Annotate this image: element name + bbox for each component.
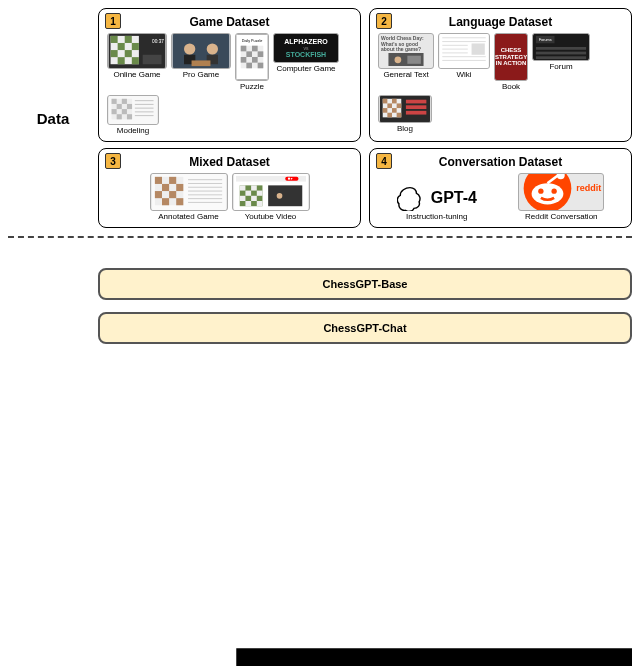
- computer-game-thumb: ALPHAZERO vs STOCKFISH: [273, 33, 339, 63]
- general-text-headline: World Chess Day: What's so good about th…: [381, 36, 431, 53]
- model-label: Model: [8, 246, 98, 666]
- pro-game-thumb: [171, 33, 231, 69]
- stockfish-label: STOCKFISH: [286, 51, 326, 58]
- instruction-tuning-caption: Instruction-tuning: [406, 212, 467, 221]
- figure-wrapper: Data 1 Game Dataset 00:37 Online Game: [0, 0, 640, 666]
- svg-rect-102: [239, 196, 245, 201]
- svg-rect-105: [256, 201, 262, 206]
- mixed-dataset-panel: 3 Mixed Dataset Annotated Game: [98, 148, 361, 228]
- svg-rect-3: [125, 36, 132, 43]
- svg-point-13: [184, 43, 195, 54]
- book-thumb: CHESS STRATEGY IN ACTION: [494, 33, 528, 81]
- data-label: Data: [8, 8, 98, 228]
- svg-rect-25: [241, 57, 247, 63]
- svg-rect-83: [162, 198, 169, 205]
- reddit-conversation-caption: Reddit Conversation: [525, 212, 597, 221]
- game-dataset-title: Game Dataset: [107, 15, 352, 29]
- svg-rect-23: [246, 51, 252, 57]
- svg-rect-74: [406, 111, 426, 115]
- data-row: Data 1 Game Dataset 00:37 Online Game: [8, 8, 632, 228]
- conversation-dataset-title: Conversation Dataset: [378, 155, 623, 169]
- book-caption: Book: [502, 82, 520, 91]
- svg-rect-24: [258, 51, 264, 57]
- reddit-icon: [521, 173, 574, 211]
- svg-rect-78: [169, 177, 176, 184]
- svg-rect-9: [132, 57, 139, 64]
- svg-rect-99: [251, 185, 257, 190]
- svg-rect-37: [117, 114, 122, 119]
- gpt4-label: GPT-4: [431, 189, 477, 207]
- svg-rect-27: [246, 63, 252, 69]
- svg-rect-60: [536, 52, 586, 55]
- online-game-thumb: 00:37: [107, 33, 167, 69]
- svg-rect-82: [169, 191, 176, 198]
- badge-1: 1: [105, 13, 121, 29]
- gpt4-block: GPT-4: [397, 185, 477, 211]
- svg-rect-22: [252, 46, 258, 52]
- svg-rect-101: [256, 191, 262, 196]
- online-game-caption: Online Game: [113, 70, 160, 79]
- svg-rect-26: [252, 57, 258, 63]
- svg-rect-61: [536, 56, 586, 59]
- svg-rect-64: [383, 99, 388, 104]
- wiki-caption: Wiki: [456, 70, 471, 79]
- chessgpt-base-box: ChessGPT-Base: [98, 268, 632, 300]
- svg-point-15: [207, 43, 218, 54]
- svg-text:Forums: Forums: [539, 38, 552, 42]
- model-row: Model ChessGPT-Base ChessGPT-Chat: [8, 246, 632, 666]
- pro-game-caption: Pro Game: [183, 70, 219, 79]
- svg-rect-31: [112, 99, 117, 104]
- svg-rect-17: [192, 60, 211, 66]
- svg-rect-103: [251, 196, 257, 201]
- puzzle-thumb: Daily Puzzle: [235, 33, 269, 81]
- language-dataset-panel: 2 Language Dataset World Chess Day: What…: [369, 8, 632, 142]
- badge-3: 3: [105, 153, 121, 169]
- wiki-thumb: [438, 33, 490, 69]
- svg-rect-66: [387, 103, 392, 108]
- svg-rect-38: [127, 114, 132, 119]
- alphazero-label: ALPHAZERO: [284, 38, 328, 45]
- svg-point-107: [276, 193, 282, 199]
- blog-thumb: [378, 95, 432, 123]
- svg-rect-106: [268, 185, 302, 206]
- divider-1: [8, 236, 632, 238]
- computer-game-caption: Computer Game: [276, 64, 335, 73]
- svg-rect-28: [258, 63, 264, 69]
- svg-rect-59: [536, 47, 586, 50]
- svg-rect-4: [118, 43, 125, 50]
- badge-4: 4: [376, 153, 392, 169]
- svg-rect-32: [122, 99, 127, 104]
- svg-rect-46: [407, 55, 421, 63]
- svg-point-95: [287, 178, 289, 180]
- svg-rect-35: [112, 109, 117, 114]
- language-dataset-title: Language Dataset: [378, 15, 623, 29]
- svg-rect-104: [245, 201, 251, 206]
- svg-rect-70: [387, 113, 392, 118]
- conversation-dataset-panel: 4 Conversation Dataset GPT-4 Instruction…: [369, 148, 632, 228]
- svg-rect-79: [162, 184, 169, 191]
- svg-rect-67: [397, 103, 402, 108]
- svg-point-111: [552, 188, 557, 193]
- svg-rect-36: [122, 109, 127, 114]
- forum-caption: Forum: [549, 62, 572, 71]
- svg-rect-33: [117, 104, 122, 109]
- svg-rect-69: [392, 108, 397, 113]
- book-title: CHESS STRATEGY IN ACTION: [495, 47, 527, 67]
- svg-rect-6: [111, 50, 118, 57]
- svg-text:00:37: 00:37: [152, 39, 164, 44]
- svg-rect-68: [383, 108, 388, 113]
- youtube-caption: Youtube Video: [245, 212, 297, 221]
- svg-rect-71: [397, 113, 402, 118]
- model-content: ChessGPT-Base ChessGPT-Chat: [98, 246, 632, 666]
- svg-rect-34: [127, 104, 132, 109]
- chessgpt-chat-box: ChessGPT-Chat: [98, 312, 632, 344]
- puzzle-caption: Puzzle: [240, 82, 264, 91]
- data-content: 1 Game Dataset 00:37 Online Game: [98, 8, 632, 228]
- forum-thumb: Forums: [532, 33, 590, 61]
- svg-rect-98: [239, 185, 245, 190]
- svg-rect-5: [132, 43, 139, 50]
- youtube-thumb: [232, 173, 310, 211]
- svg-rect-73: [406, 105, 426, 109]
- general-text-thumb: World Chess Day: What's so good about th…: [378, 33, 434, 69]
- svg-rect-65: [392, 99, 397, 104]
